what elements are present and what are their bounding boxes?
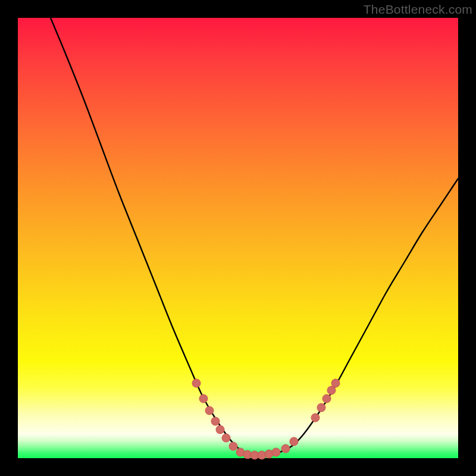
curve-marker [211,417,220,425]
curve-marker [331,379,340,387]
curve-marker [222,434,230,442]
curve-marker [317,403,325,412]
curve-marker [216,425,224,434]
curve-markers [192,379,340,459]
curve-layer [18,18,458,458]
watermark-text: TheBottleneck.com [364,2,472,17]
plot-area [18,18,458,458]
curve-marker [205,406,214,415]
curve-marker [199,394,208,403]
bottleneck-curve [51,18,458,456]
curve-marker [322,394,331,403]
curve-marker [272,448,280,456]
curve-marker [281,444,290,453]
curve-marker [192,379,201,387]
curve-marker [229,442,237,450]
chart-frame: TheBottleneck.com [0,0,476,476]
curve-marker [290,437,298,446]
curve-marker [311,414,320,422]
